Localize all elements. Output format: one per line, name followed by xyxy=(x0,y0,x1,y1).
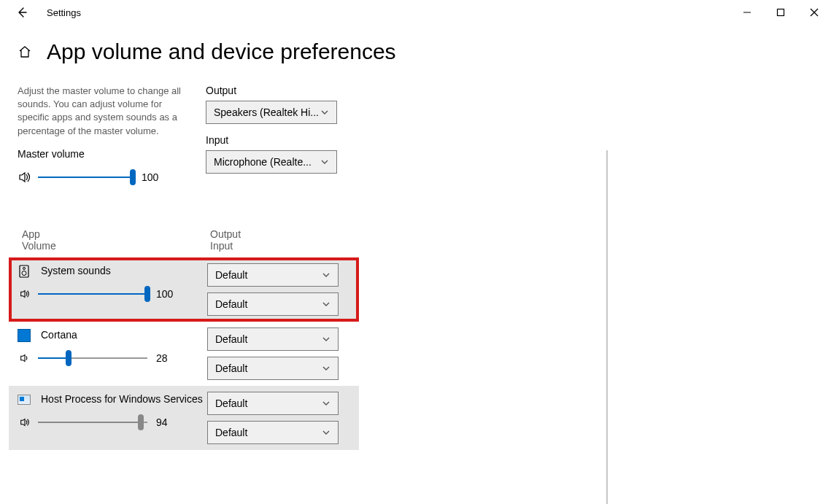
cortana-icon xyxy=(18,329,31,342)
app-output-dropdown[interactable]: Default xyxy=(207,327,339,351)
output-label: Output xyxy=(206,85,352,96)
back-button[interactable] xyxy=(16,7,28,18)
speaker-icon[interactable] xyxy=(18,170,32,185)
app-name: Host Process for Windows Services xyxy=(41,393,203,406)
app-volume-slider[interactable] xyxy=(38,351,147,365)
app-input-text: Default xyxy=(215,427,322,438)
chevron-down-icon xyxy=(322,271,331,279)
chevron-down-icon xyxy=(322,364,331,373)
app-output-dropdown[interactable]: Default xyxy=(207,392,339,415)
app-input-text: Default xyxy=(215,363,322,374)
speaker-icon[interactable] xyxy=(19,416,31,428)
app-output-text: Default xyxy=(215,333,322,345)
chevron-down-icon xyxy=(322,399,331,408)
page-title: App volume and device preferences xyxy=(47,39,396,64)
chevron-down-icon xyxy=(322,300,331,309)
master-volume-value: 100 xyxy=(142,171,158,183)
speaker-device-icon xyxy=(18,265,31,278)
column-header-app: App Volume xyxy=(22,228,210,252)
app-volume-slider[interactable] xyxy=(38,415,147,430)
app-row: Host Process for Windows Services94Defau… xyxy=(9,386,359,450)
svg-rect-1 xyxy=(778,9,784,16)
app-name: System sounds xyxy=(41,265,111,277)
app-input-dropdown[interactable]: Default xyxy=(207,421,339,444)
master-volume-slider[interactable] xyxy=(38,170,133,185)
svg-point-5 xyxy=(23,267,26,269)
output-device-text: Speakers (Realtek Hi... xyxy=(214,106,320,118)
speaker-icon[interactable] xyxy=(19,288,31,300)
input-label: Input xyxy=(206,134,352,146)
app-row: Cortana28DefaultDefault xyxy=(9,322,359,386)
input-device-dropdown[interactable]: Microphone (Realte... xyxy=(206,150,337,174)
app-input-dropdown[interactable]: Default xyxy=(207,357,339,380)
scrollbar[interactable] xyxy=(606,150,608,504)
description-text: Adjust the master volume to change all s… xyxy=(18,85,191,138)
app-volume-value: 94 xyxy=(156,416,168,428)
app-output-dropdown[interactable]: Default xyxy=(207,263,339,287)
chevron-down-icon xyxy=(320,108,329,117)
home-icon[interactable] xyxy=(18,44,32,59)
app-volume-value: 28 xyxy=(156,352,168,364)
svg-point-6 xyxy=(22,271,26,275)
app-volume-value: 100 xyxy=(156,288,173,300)
app-row: System sounds100DefaultDefault xyxy=(9,257,359,322)
app-volume-slider[interactable] xyxy=(38,287,147,301)
column-header-io: Output Input xyxy=(210,228,241,252)
maximize-button[interactable] xyxy=(764,0,797,25)
app-output-text: Default xyxy=(215,269,322,281)
input-device-text: Microphone (Realte... xyxy=(214,156,320,168)
page-header: App volume and device preferences xyxy=(0,25,831,64)
output-device-dropdown[interactable]: Speakers (Realtek Hi... xyxy=(206,101,337,124)
chevron-down-icon xyxy=(322,335,331,344)
title-bar: Settings xyxy=(0,0,831,25)
app-input-dropdown[interactable]: Default xyxy=(207,292,339,316)
chevron-down-icon xyxy=(320,158,329,166)
close-button[interactable] xyxy=(797,0,831,25)
app-name: Cortana xyxy=(41,329,77,341)
window-title: Settings xyxy=(47,7,81,18)
speaker-icon[interactable] xyxy=(19,352,31,364)
chevron-down-icon xyxy=(322,428,331,437)
master-volume-label: Master volume xyxy=(18,148,191,160)
host-process-icon xyxy=(18,393,31,406)
minimize-button[interactable] xyxy=(730,0,764,25)
app-output-text: Default xyxy=(215,398,322,409)
app-input-text: Default xyxy=(215,298,322,310)
